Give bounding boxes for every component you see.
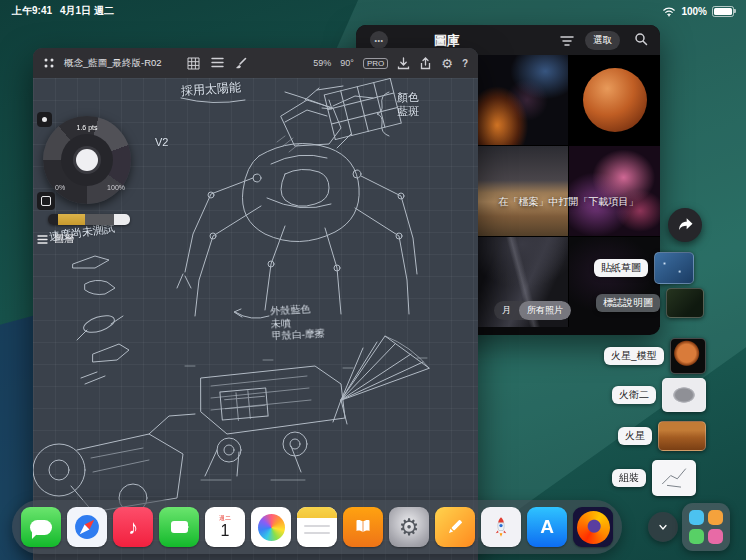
dock-app-sketch[interactable]	[435, 507, 475, 547]
dock-app-calendar[interactable]: 週二 1	[205, 507, 245, 547]
annotation-color-line1: 顏色	[397, 91, 419, 103]
screen: 上午9:41 4月1日 週二 100% ••• 圖庫 選取	[0, 0, 746, 560]
layers-button[interactable]: 圖層	[37, 232, 74, 246]
music-note-icon: ♪	[128, 516, 138, 539]
dock-expand-button[interactable]	[648, 512, 678, 542]
window-menu-ellipsis-icon[interactable]: •••	[370, 31, 388, 49]
share-icon[interactable]	[419, 57, 432, 70]
photo-grid	[477, 55, 660, 327]
pro-badge[interactable]: PRO	[363, 58, 388, 69]
dock: ♪ 週二 1 ⚙	[12, 500, 622, 554]
import-icon[interactable]	[397, 57, 410, 70]
opacity-min-label: 0%	[55, 184, 65, 191]
annotation-version: V2	[155, 136, 168, 150]
mars-sphere	[583, 68, 647, 132]
concepts-toolbar: 概念_藍圖_最終版-R02 59% 90° PRO	[33, 48, 478, 78]
concepts-window: 概念_藍圖_最終版-R02 59% 90° PRO	[33, 48, 478, 560]
status-date: 4月1日 週二	[60, 4, 114, 18]
brush-size-label: 1.6 pts	[43, 124, 131, 131]
dock-app-firefox[interactable]	[573, 507, 613, 547]
color-swatch-bar[interactable]	[48, 214, 130, 225]
drag-item-label: 標誌說明圖	[596, 294, 660, 312]
drawing-canvas[interactable]: 採用太陽能 顏色 藍斑 V2 外殼藍色 未噴 甲殼白-摩擦 速度尚未測試 1.6…	[33, 78, 478, 560]
drag-item-label: 組裝	[612, 469, 646, 487]
wifi-icon	[662, 6, 676, 17]
dock-app-settings[interactable]: ⚙	[389, 507, 429, 547]
rotation-value[interactable]: 90°	[340, 58, 354, 68]
dock-app-appstore[interactable]: A	[527, 507, 567, 547]
drag-thumb-deimos-rock	[662, 378, 706, 412]
dock-app-safari[interactable]	[67, 507, 107, 547]
drag-item[interactable]: 火星_模型	[604, 338, 706, 374]
video-camera-icon	[171, 521, 188, 533]
app-library-tile[interactable]	[682, 503, 730, 551]
opacity-max-label: 100%	[107, 184, 125, 191]
photo-thumbnail-nebula-pink[interactable]	[569, 146, 660, 236]
app-library-dot	[689, 510, 704, 525]
dock-app-rocket[interactable]	[481, 507, 521, 547]
brush-wheel[interactable]: 1.6 pts 0% 100%	[43, 116, 131, 204]
selection-chip-icon[interactable]	[37, 192, 55, 210]
drag-thumb-mars-model	[670, 338, 706, 374]
swatch-dark[interactable]	[48, 214, 58, 225]
open-downloads-hint[interactable]: 在「檔案」中打開「下載項目」	[477, 195, 660, 209]
drag-thumb-logo-diagram	[666, 288, 704, 318]
open-book-icon	[350, 514, 376, 540]
chevron-down-icon	[655, 519, 671, 535]
pencil-icon	[442, 514, 468, 540]
photos-segment-control: 月 所有照片	[494, 301, 571, 320]
zoom-level[interactable]: 59%	[313, 58, 331, 68]
app-menu-icon[interactable]	[43, 57, 55, 69]
rocket-icon	[487, 513, 515, 541]
drag-thumb-sticker-sheet	[654, 252, 694, 284]
search-icon[interactable]	[634, 32, 648, 50]
drag-item[interactable]: 貼紙草圖	[594, 252, 694, 284]
dock-app-notes[interactable]	[297, 507, 337, 547]
select-button[interactable]: 選取	[585, 31, 620, 50]
dock-app-facetime[interactable]	[159, 507, 199, 547]
notes-line	[304, 525, 330, 527]
brush-wheel-center[interactable]	[76, 149, 98, 171]
drag-item[interactable]: 標誌說明圖	[596, 288, 704, 318]
segment-all-photos[interactable]: 所有照片	[519, 301, 571, 320]
drag-item[interactable]: 火衛二	[612, 378, 706, 412]
notes-yellow-strip	[297, 507, 337, 518]
dock-app-music[interactable]: ♪	[113, 507, 153, 547]
drag-item-label: 火衛二	[612, 386, 656, 404]
app-library-dot	[708, 510, 723, 525]
photo-thumbnail-desert[interactable]	[477, 146, 568, 236]
tool-chip-icon[interactable]	[37, 112, 52, 127]
drag-thumb-mars-surface	[658, 421, 706, 451]
drag-item[interactable]: 組裝	[612, 460, 696, 496]
brush-icon[interactable]	[235, 57, 248, 70]
document-title: 概念_藍圖_最終版-R02	[64, 57, 162, 70]
swatch-grey[interactable]	[85, 214, 114, 225]
drag-item[interactable]: 火星	[618, 421, 706, 451]
drag-thumb-assembly-sketch	[652, 460, 696, 496]
share-forward-arrow-icon	[675, 215, 695, 235]
dock-app-messages[interactable]	[21, 507, 61, 547]
app-library-dot	[689, 529, 704, 544]
help-icon[interactable]: ?	[462, 58, 468, 69]
swatch-white[interactable]	[114, 214, 130, 225]
dock-app-books[interactable]	[343, 507, 383, 547]
settings-gear-icon[interactable]: ⚙	[441, 57, 453, 70]
photo-thumbnail-nebula-orange[interactable]	[477, 55, 568, 145]
layers-label: 圖層	[54, 232, 74, 246]
compass-icon	[70, 510, 104, 544]
annotation-shell-line2: 未噴	[271, 317, 292, 329]
grid-icon[interactable]	[187, 57, 200, 70]
filter-icon[interactable]	[560, 33, 574, 51]
annotation-shell-line3: 甲殼白-摩擦	[271, 328, 325, 342]
segment-month[interactable]: 月	[494, 301, 519, 320]
swatch-gold-selected[interactable]	[58, 214, 85, 225]
dock-app-photos[interactable]	[251, 507, 291, 547]
photo-thumbnail-mars-planet[interactable]	[569, 55, 660, 145]
speech-bubble-icon	[30, 520, 52, 535]
photos-flower-icon	[258, 514, 285, 541]
share-forward-button[interactable]	[668, 208, 702, 242]
layers-list-icon[interactable]	[211, 57, 224, 68]
annotation-shell: 外殼藍色 未噴 甲殼白-摩擦	[270, 303, 325, 343]
layers-hamburger-icon	[37, 235, 48, 244]
annotation-color-line2: 藍斑	[397, 105, 419, 117]
